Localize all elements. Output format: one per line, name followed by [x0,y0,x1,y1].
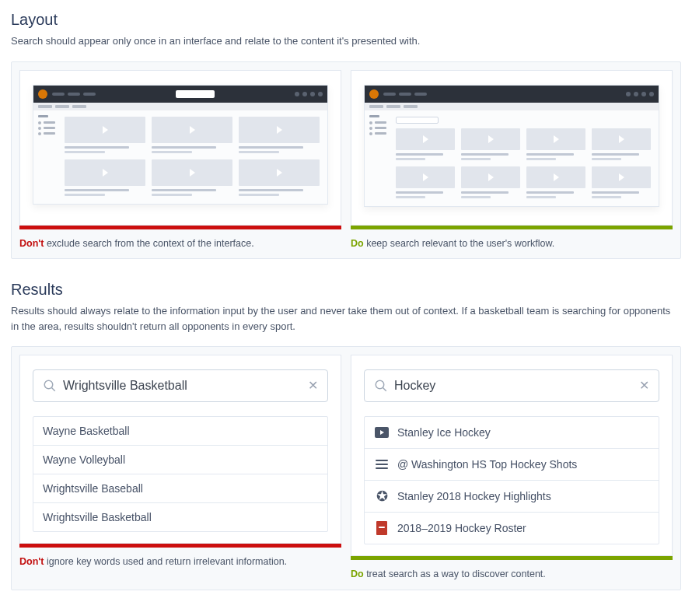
search-query-text: Hockey [394,379,632,393]
list-item[interactable]: Stanley Ice Hockey [365,417,659,448]
mock-topbar-dot [649,92,654,96]
do-label: Do [351,238,364,249]
mock-topbar-dot [626,92,631,96]
list-item-label: Wayne Volleyball [43,453,125,466]
mock-topbar-dot [634,92,638,96]
do-caption-text: treat search as a way to discover conten… [364,569,546,579]
mock-card [396,166,455,198]
mock-topbar [33,86,327,103]
mock-nav-pill [52,93,65,96]
mock-sidebar [365,110,391,206]
mock-logo-icon [369,89,379,99]
search-icon [374,379,388,393]
results-dont-card: Wrightsville Basketball ✕ Wayne Basketba… [19,355,341,544]
list-item[interactable]: Wrightsville Basketball [33,502,327,531]
list-item[interactable]: Wayne Basketball [33,417,327,445]
do-bar [351,556,673,560]
mock-nav-pill [414,93,427,96]
mock-card [152,117,232,153]
search-icon [43,379,57,393]
svg-line-1 [51,387,55,391]
mock-topbar-dot [318,92,323,96]
list-item-label: Stanley 2018 Hockey Highlights [397,490,551,502]
svg-line-3 [383,387,386,391]
mock-tab [369,105,383,108]
mock-tabs [365,103,659,110]
mock-main [391,110,659,206]
list-item-label: @ Washington HS Top Hockey Shots [397,458,577,471]
results-description: Results should always relate to the info… [11,303,681,334]
results-section: Results Results should always relate to … [11,281,681,590]
mock-card [592,166,651,198]
dont-caption-text: exclude search from the context of the i… [44,238,253,249]
mock-card [65,159,145,196]
mock-topbar-dot [310,92,315,96]
mock-body [365,110,659,206]
clear-icon[interactable]: ✕ [307,380,318,391]
svg-point-0 [44,380,53,389]
svg-point-2 [376,380,384,389]
results-dont-caption: Don't ignore key words used and return i… [19,555,341,569]
layout-do-caption: Do keep search relevant to the user's wo… [351,237,673,251]
mock-card [526,128,585,160]
mock-tab [38,105,52,108]
results-dont-column: Wrightsville Basketball ✕ Wayne Basketba… [19,355,341,582]
do-bar [351,226,673,229]
mock-nav-pill [68,93,80,96]
dont-label: Don't [19,556,44,567]
mock-topbar-dot [641,92,646,96]
mock-body [33,110,327,204]
mock-main [60,110,327,204]
results-do-column: Hockey ✕ Stanley Ice Hockey @ Washington… [351,355,673,582]
clear-icon[interactable]: ✕ [638,380,649,391]
layout-do-card [351,70,673,226]
mock-tab [55,105,69,108]
mock-nav-pill [383,93,396,96]
mock-card-grid [396,128,651,198]
search-input[interactable]: Wrightsville Basketball ✕ [33,369,328,402]
list-item[interactable]: Wrightsville Baseball [33,474,327,502]
results-do-card: Hockey ✕ Stanley Ice Hockey @ Washington… [351,355,673,556]
results-examples-row: Wrightsville Basketball ✕ Wayne Basketba… [11,346,681,590]
mock-card [592,128,651,160]
dont-label: Don't [19,238,44,249]
results-list: Wayne Basketball Wayne Volleyball Wright… [33,416,328,532]
list-item[interactable]: @ Washington HS Top Hockey Shots [365,448,659,480]
dont-caption-text: ignore key words used and return irrelev… [44,556,287,567]
results-list: Stanley Ice Hockey @ Washington HS Top H… [364,416,659,544]
layout-examples-row: Don't exclude search from the context of… [11,61,681,260]
layout-dont-card [19,70,341,226]
mock-card [461,128,520,160]
list-item-label: Wayne Basketball [43,425,130,437]
list-item[interactable]: 2018–2019 Hockey Roster [365,512,659,544]
mock-browser-dont [33,85,328,205]
mock-sidebar [33,110,60,204]
video-icon [374,425,390,440]
mock-nav-pill [399,93,411,96]
mock-contextual-search [396,117,439,124]
mock-tab [386,105,400,108]
dont-bar [19,226,341,229]
list-item[interactable]: ✪ Stanley 2018 Hockey Highlights [365,480,659,512]
list-icon [374,457,390,472]
do-label: Do [351,569,364,579]
mock-card [65,117,145,153]
results-do-caption: Do treat search as a way to discover con… [351,568,673,582]
list-item-label: Wrightsville Baseball [43,482,143,495]
pdf-icon [374,520,390,536]
layout-do-column: Do keep search relevant to the user's wo… [351,70,673,251]
mock-browser-do [364,85,659,207]
mock-logo-icon [38,89,47,99]
mock-card [461,166,520,198]
mock-topbar-dot [302,92,307,96]
search-query-text: Wrightsville Basketball [63,379,301,393]
mock-tab [404,105,418,108]
mock-card [396,128,455,160]
layout-dont-column: Don't exclude search from the context of… [19,70,341,251]
layout-dont-caption: Don't exclude search from the context of… [19,237,341,251]
search-input[interactable]: Hockey ✕ [364,369,659,402]
list-item-label: 2018–2019 Hockey Roster [397,522,526,534]
star-icon: ✪ [374,488,390,504]
dont-bar [19,544,341,548]
list-item[interactable]: Wayne Volleyball [33,445,327,474]
